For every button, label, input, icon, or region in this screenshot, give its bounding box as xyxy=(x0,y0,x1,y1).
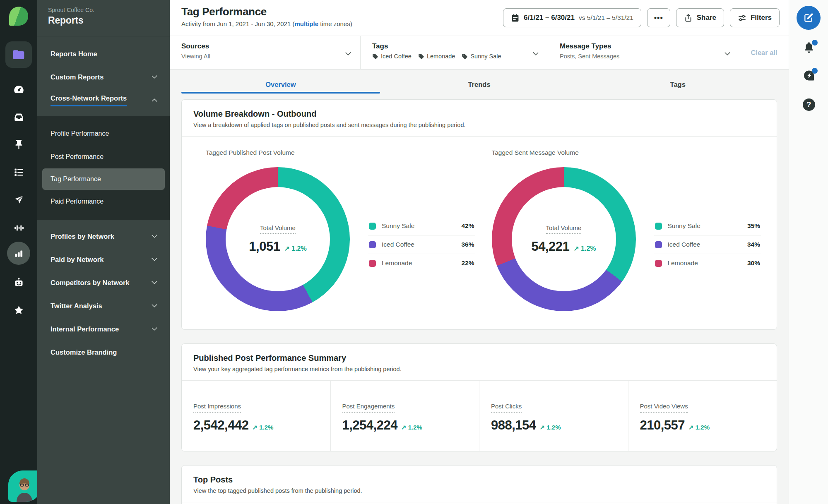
legend-item[interactable]: Sunny Sale 42% xyxy=(368,217,475,235)
metric-post-engagements: Post Engagements 1,254,224 ↗ 1.2% xyxy=(330,381,479,451)
tags-filter[interactable]: Tags Iced Coffee Lemonade Sunny Sale xyxy=(361,36,548,69)
rail-pinned[interactable] xyxy=(0,135,37,154)
page-header: Tag Performance Activity from Jun 1, 202… xyxy=(170,0,789,36)
donut-charts-row: Tagged Published Post Volume Total Volum… xyxy=(182,137,777,329)
tab-tags[interactable]: Tags xyxy=(578,70,777,99)
date-range-button[interactable]: 6/1/21 – 6/30/21 vs 5/1/21 – 5/31/21 xyxy=(503,8,641,27)
legend-item[interactable]: Lemonade 22% xyxy=(368,254,475,272)
donut-center: Total Volume 54,221 ↗ 1.2% xyxy=(512,187,616,291)
pin-icon xyxy=(13,139,24,150)
report-content: Overview Trends Tags Volume Breakdown - … xyxy=(170,70,789,504)
sidebar-item-cross-network-reports[interactable]: Cross-Network Reports xyxy=(37,89,170,112)
sidebar-item-paid-performance[interactable]: Paid Performance xyxy=(37,190,170,213)
tab-overview[interactable]: Overview xyxy=(181,70,380,99)
legend-label: Sunny Sale xyxy=(668,222,700,230)
total-volume-label: Total Volume xyxy=(546,224,582,234)
tag-name: Iced Coffee xyxy=(381,53,412,60)
app-icon-rail xyxy=(0,0,37,504)
share-button[interactable]: Share xyxy=(676,8,724,27)
sidebar-item-internal-performance[interactable]: Internal Performance xyxy=(37,317,170,341)
user-avatar[interactable] xyxy=(8,470,41,502)
tag-icon xyxy=(372,53,378,60)
rail-reports-folder-active[interactable] xyxy=(5,41,32,68)
card-title: Published Post Performance Summary xyxy=(193,353,765,363)
sidebar-item-paid-by-network[interactable]: Paid by Network xyxy=(37,248,170,271)
summary-card-header: Published Post Performance Summary View … xyxy=(182,344,777,381)
sidebar-item-profiles-by-network[interactable]: Profiles by Network xyxy=(37,225,170,248)
legend-swatch xyxy=(655,260,662,267)
clear-all-label: Clear all xyxy=(751,49,777,57)
sidebar-group-networks: Profiles by Network Paid by Network Comp… xyxy=(37,220,170,504)
sidebar-group-main: Reports Home Custom Reports Cross-Networ… xyxy=(37,36,170,116)
notification-badge xyxy=(812,40,818,46)
legend-item[interactable]: Lemonade 30% xyxy=(654,254,761,272)
legend-percent: 42% xyxy=(461,222,474,230)
rail-feeds[interactable] xyxy=(0,163,37,181)
metrics-row: Post Impressions 2,542,442 ↗ 1.2% Post E… xyxy=(182,381,777,451)
rail-favorites[interactable] xyxy=(0,301,37,319)
timezones-link[interactable]: multiple xyxy=(294,20,318,27)
metric-post-clicks: Post Clicks 988,154 ↗ 1.2% xyxy=(479,381,628,451)
legend-percent: 35% xyxy=(747,222,760,230)
help-icon: ? xyxy=(803,98,815,111)
published-post-volume-donut[interactable]: Total Volume 1,051 ↗ 1.2% xyxy=(206,167,350,311)
sources-label: Sources xyxy=(181,42,350,50)
clear-all-button[interactable]: Clear all xyxy=(739,36,789,69)
post-performance-summary-card: Published Post Performance Summary View … xyxy=(181,343,777,451)
rail-automation[interactable] xyxy=(0,273,37,291)
date-range-value: 6/1/21 – 6/30/21 xyxy=(524,14,575,22)
tab-label: Overview xyxy=(265,81,296,89)
total-volume-delta: ↗ 1.2% xyxy=(573,245,596,252)
message-types-filter[interactable]: Message Types Posts, Sent Messages xyxy=(548,36,739,69)
legend-item[interactable]: Iced Coffee 34% xyxy=(654,235,761,254)
sidebar-header: Sprout Coffee Co. Reports xyxy=(37,0,170,36)
volume-breakdown-card: Volume Breakdown - Outbound View a break… xyxy=(181,99,777,330)
tab-trends[interactable]: Trends xyxy=(380,70,579,99)
sidebar-item-label: Tag Performance xyxy=(51,175,101,183)
sidebar-item-customize-branding[interactable]: Customize Branding xyxy=(37,341,170,364)
filters-button[interactable]: Filters xyxy=(730,8,780,27)
sources-filter[interactable]: Sources Viewing All xyxy=(170,36,361,69)
tag-chip: Lemonade xyxy=(418,53,455,60)
legend-item[interactable]: Iced Coffee 36% xyxy=(368,235,475,254)
sidebar-item-post-performance[interactable]: Post Performance xyxy=(37,145,170,168)
avatar-photo xyxy=(8,470,41,502)
sidebar-item-tag-performance-selected[interactable]: Tag Performance xyxy=(42,168,165,190)
sidebar-item-reports-home[interactable]: Reports Home xyxy=(37,42,170,65)
app-window: Sprout Coffee Co. Reports Reports Home C… xyxy=(0,0,828,504)
legend-item[interactable]: Sunny Sale 35% xyxy=(654,217,761,235)
rail-publishing[interactable] xyxy=(0,191,37,209)
rail-listening[interactable] xyxy=(0,218,37,237)
sidebar-item-label: Internal Performance xyxy=(51,325,119,333)
share-label: Share xyxy=(697,14,716,22)
sidebar-item-custom-reports[interactable]: Custom Reports xyxy=(37,65,170,89)
account-name: Sprout Coffee Co. xyxy=(48,7,170,13)
card-title: Top Posts xyxy=(193,475,765,485)
metric-label[interactable]: Post Video Views xyxy=(640,403,688,413)
metric-label[interactable]: Post Impressions xyxy=(193,403,241,413)
header-actions: 6/1/21 – 6/30/21 vs 5/1/21 – 5/31/21 •••… xyxy=(503,8,780,27)
feedback-button[interactable] xyxy=(789,70,828,82)
message-types-label: Message Types xyxy=(560,42,729,50)
calendar-icon xyxy=(511,14,520,22)
compose-button[interactable] xyxy=(797,6,821,30)
sent-message-volume-donut[interactable]: Total Volume 54,221 ↗ 1.2% xyxy=(492,167,636,311)
help-button[interactable]: ? xyxy=(789,98,828,111)
sprout-logo-icon[interactable] xyxy=(9,7,28,26)
notifications-button[interactable] xyxy=(789,41,828,54)
legend-percent: 22% xyxy=(461,259,474,267)
compose-icon xyxy=(803,12,814,23)
chevron-down-icon xyxy=(152,302,157,307)
more-options-button[interactable]: ••• xyxy=(647,8,670,27)
metric-label[interactable]: Post Engagements xyxy=(342,403,395,413)
metric-label[interactable]: Post Clicks xyxy=(491,403,522,413)
share-icon xyxy=(684,14,693,22)
metric-delta: ↗ 1.2% xyxy=(252,424,273,431)
rail-reports-active[interactable] xyxy=(7,242,30,265)
sidebar-item-profile-performance[interactable]: Profile Performance xyxy=(37,122,170,145)
rail-dashboard[interactable] xyxy=(0,80,37,98)
sidebar-item-competitors-by-network[interactable]: Competitors by Network xyxy=(37,271,170,294)
rail-inbox[interactable] xyxy=(0,108,37,126)
subtitle-text: time zones) xyxy=(318,20,352,27)
sidebar-item-twitter-analysis[interactable]: Twitter Analysis xyxy=(37,294,170,317)
